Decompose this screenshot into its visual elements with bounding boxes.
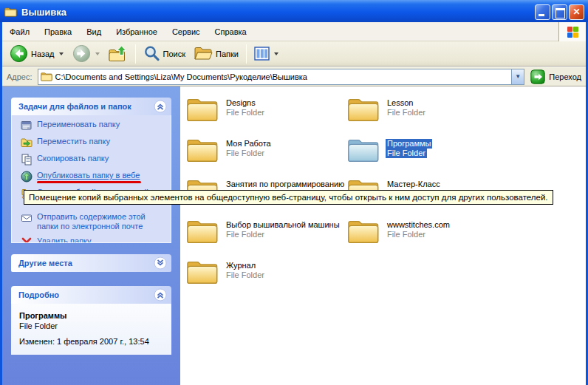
search-icon	[143, 45, 160, 62]
go-icon	[530, 69, 545, 84]
back-button[interactable]: Назад	[5, 43, 68, 65]
toolbar-separator	[135, 44, 136, 64]
folder-type: File Folder	[225, 149, 266, 158]
chevron-up-icon[interactable]	[154, 288, 167, 301]
views-button[interactable]	[250, 43, 283, 65]
details-title: Подробно	[18, 290, 154, 299]
tooltip: Помещение копий выбранных элементов на о…	[24, 190, 553, 205]
folder-type: File Folder	[225, 270, 266, 280]
address-dropdown-button[interactable]: ▼	[511, 69, 524, 84]
menu-item[interactable]: Правка	[37, 22, 79, 41]
go-button[interactable]: Переход	[530, 69, 581, 84]
delete-icon	[21, 236, 33, 243]
address-label: Адрес:	[7, 72, 33, 81]
folder-name[interactable]: Мастер-Класс	[386, 180, 442, 189]
folder-name[interactable]: wwwstitches.com	[386, 220, 451, 230]
task-publish-folder-to-web[interactable]: Опубликовать папку в вебе	[21, 171, 168, 183]
maximize-button[interactable]	[552, 4, 567, 20]
folder-tile[interactable]: Lesson File Folder	[347, 96, 508, 137]
folder-icon	[41, 72, 52, 81]
toolbar: Назад	[2, 41, 586, 67]
folder-type: File Folder	[225, 230, 266, 239]
views-icon	[254, 47, 270, 61]
window-title: Вышивка	[21, 7, 535, 18]
toolbar-separator	[246, 44, 247, 64]
back-icon	[10, 44, 28, 63]
folder-name[interactable]: Designs	[225, 98, 257, 108]
folder-icon[interactable]	[186, 259, 219, 285]
folder-icon	[4, 7, 18, 18]
folder-tile[interactable]: Программы File Folder	[347, 137, 508, 177]
menu-item[interactable]: Избранное	[109, 22, 165, 41]
folder-name[interactable]: Журнал	[225, 261, 257, 270]
details-body: Программы File Folder Изменен: 1 февраля…	[11, 304, 171, 355]
details-item-name: Программы	[19, 310, 163, 321]
publish-web-icon	[21, 171, 33, 183]
menu-item[interactable]: Сервис	[165, 22, 208, 41]
panel-other-places: Другие места	[11, 254, 171, 272]
close-button[interactable]: ✕	[569, 4, 584, 20]
content-area: Задачи для файлов и папок	[2, 86, 586, 385]
minimize-button[interactable]	[535, 4, 550, 20]
address-combo[interactable]: C:\Documents and Settings\Liza\My Docume…	[38, 69, 525, 85]
up-button[interactable]	[104, 43, 132, 65]
other-places-title: Другие места	[18, 259, 154, 268]
forward-icon	[72, 44, 91, 63]
folder-type: File Folder	[225, 108, 266, 117]
folder-icon[interactable]	[347, 96, 380, 123]
back-dropdown-caret[interactable]	[59, 52, 64, 55]
chevron-up-icon[interactable]	[154, 100, 167, 113]
folder-icon[interactable]	[186, 218, 219, 245]
task-pane-sidebar: Задачи для файлов и папок	[2, 86, 180, 385]
details-header[interactable]: Подробно	[11, 286, 171, 304]
windows-logo	[558, 22, 586, 41]
go-label: Переход	[549, 72, 581, 81]
task-rename-folder[interactable]: Переименовать папку	[21, 120, 168, 132]
email-icon	[21, 212, 33, 224]
search-button[interactable]: Поиск	[139, 43, 190, 65]
details-item-modified: Изменен: 1 февраля 2007 г., 13:54	[19, 336, 163, 347]
folder-icon[interactable]	[347, 218, 380, 245]
tasks-list: Переименовать папку Переместить папку	[11, 115, 171, 243]
other-places-header[interactable]: Другие места	[11, 254, 171, 272]
folder-tile[interactable]: Моя Работа File Folder	[186, 137, 347, 177]
move-folder-icon	[21, 137, 33, 149]
folder-tile[interactable]: Выбор вышивальной машины File Folder	[186, 218, 347, 259]
address-bar: Адрес: C:\Documents and Settings\Liza\My…	[2, 67, 586, 86]
folder-name[interactable]: Занятия по программированию	[225, 180, 346, 189]
task-delete-folder[interactable]: Удалить папку	[21, 236, 168, 243]
folder-up-icon	[109, 45, 128, 63]
details-item-type: File Folder	[19, 321, 163, 331]
menu-item[interactable]: Справка	[208, 22, 254, 41]
folder-icon[interactable]	[186, 96, 219, 123]
folder-tile[interactable]: wwwstitches.com File Folder	[347, 218, 508, 259]
folder-name[interactable]: Выбор вышивальной машины	[225, 220, 341, 230]
folders-icon	[194, 46, 213, 61]
folder-type: File Folder	[386, 230, 427, 239]
task-copy-folder[interactable]: Скопировать папку	[21, 154, 168, 166]
tasks-panel-header[interactable]: Задачи для файлов и папок	[11, 98, 171, 115]
folder-type: File Folder	[386, 108, 427, 117]
folder-name[interactable]: Lesson	[386, 98, 414, 108]
task-email-folder-contents[interactable]: Отправить содержимое этой папки по элект…	[21, 212, 168, 231]
menu-item[interactable]: Вид	[79, 22, 109, 41]
task-move-folder[interactable]: Переместить папку	[21, 137, 168, 149]
file-list-area[interactable]: Designs File Folder	[180, 86, 586, 385]
folder-icon[interactable]	[186, 137, 219, 163]
views-dropdown-caret[interactable]	[274, 52, 278, 55]
folder-tile[interactable]: Designs File Folder	[186, 96, 347, 137]
chevron-down-icon[interactable]	[154, 256, 167, 270]
folder-name[interactable]: Моя Работа	[225, 139, 273, 149]
folder-icon[interactable]	[347, 137, 380, 163]
copy-icon	[21, 154, 33, 166]
folder-tile[interactable]: Журнал File Folder	[186, 259, 347, 299]
explorer-window: Вышивка ✕ Файл Правка Вид Избранное Серв…	[0, 0, 588, 385]
folders-button[interactable]: Папки	[190, 43, 243, 65]
menu-item[interactable]: Файл	[2, 22, 37, 41]
rename-icon	[21, 120, 33, 132]
red-annotation-line	[37, 181, 141, 183]
menubar: Файл Правка Вид Избранное Сервис Справка	[2, 22, 586, 41]
forward-button[interactable]	[68, 43, 104, 65]
address-input[interactable]: C:\Documents and Settings\Liza\My Docume…	[52, 72, 512, 81]
folder-name[interactable]: Программы	[386, 139, 432, 149]
